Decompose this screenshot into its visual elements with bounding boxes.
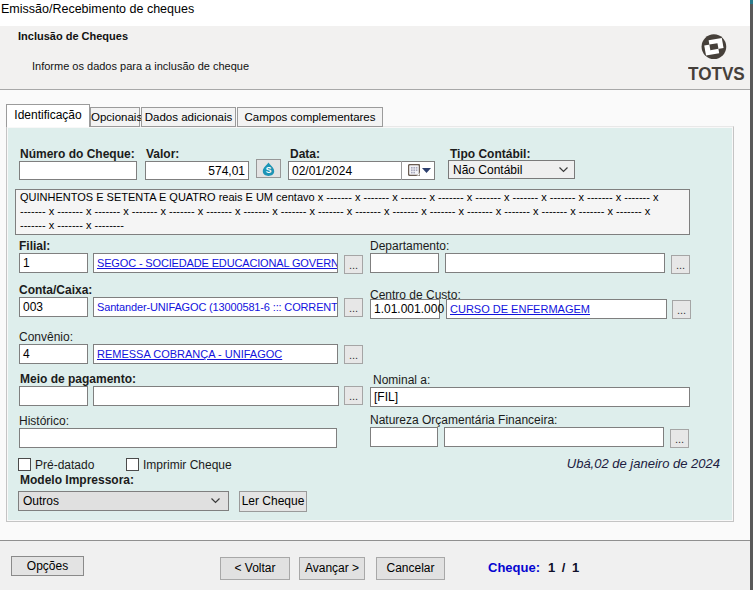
svg-text:S: S xyxy=(266,165,272,175)
